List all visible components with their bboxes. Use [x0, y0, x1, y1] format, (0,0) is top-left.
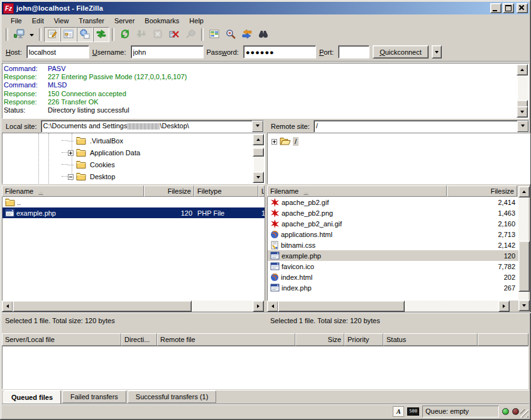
remote-hscrollbar[interactable]: [267, 301, 510, 311]
cancel-operation-button[interactable]: [150, 27, 166, 42]
scroll-right-button[interactable]: [253, 301, 264, 312]
file-row-apache-pb2-png[interactable]: apache_pb2.png1,463: [268, 207, 519, 218]
remote-vscrollbar[interactable]: [518, 186, 528, 311]
find-files-button[interactable]: [222, 27, 239, 42]
synchronized-browsing-icon: [242, 29, 252, 40]
column-header-remote-file[interactable]: Remote file: [157, 333, 295, 346]
tab-successful-transfers-1-[interactable]: Successful transfers (1): [128, 390, 217, 403]
up-arrow-icon: [520, 67, 524, 71]
file-row-apache-pb2-ani-gif[interactable]: apache_pb2_ani.gif2,160: [268, 218, 519, 229]
menu-view[interactable]: View: [49, 16, 74, 26]
menu-help[interactable]: Help: [184, 16, 209, 26]
expand-icon[interactable]: [271, 138, 277, 144]
scroll-thumb[interactable]: [518, 241, 530, 292]
tree-item-root[interactable]: /: [271, 135, 298, 147]
scroll-left-button[interactable]: [267, 301, 278, 312]
file-row-example-php[interactable]: example.php120PHP File1: [3, 207, 265, 218]
file-row-bitnami-css[interactable]: bitnami.css2,142: [268, 240, 519, 250]
local-site-combo[interactable]: C:\Documents and Settings\Desktop\: [41, 120, 264, 133]
remote-tree-icon: [80, 29, 90, 40]
speed-limit-icon[interactable]: 500: [407, 407, 419, 416]
toggle-message-log-button[interactable]: [44, 27, 60, 42]
toggle-remote-tree-button[interactable]: [77, 27, 93, 42]
toggle-local-tree-button[interactable]: [60, 27, 77, 42]
column-header-priority[interactable]: Priority: [344, 333, 383, 346]
tree-item-desktop[interactable]: Desktop: [68, 170, 117, 182]
menu-server[interactable]: Server: [109, 16, 140, 26]
scroll-thumb[interactable]: [253, 148, 264, 157]
column-header-filetype[interactable]: Filetype: [194, 185, 258, 197]
scroll-down-button[interactable]: [253, 172, 264, 183]
minimize-button[interactable]: [490, 3, 501, 13]
column-header-directi-[interactable]: Directi...: [121, 333, 157, 346]
refresh-button[interactable]: [117, 27, 133, 42]
tree-item--virtualbox[interactable]: .VirtualBox: [68, 135, 125, 146]
filter-button[interactable]: [255, 27, 271, 42]
close-button[interactable]: [517, 3, 528, 13]
local-tree-vscrollbar[interactable]: [254, 134, 264, 183]
port-field[interactable]: [338, 45, 370, 58]
synchronized-browsing-button[interactable]: [239, 27, 255, 42]
column-header-filesize[interactable]: Filesize: [447, 185, 517, 197]
file-row--[interactable]: ..: [3, 197, 265, 207]
file-row-apache-pb2-gif[interactable]: apache_pb2.gif2,414: [268, 197, 519, 207]
titlebar[interactable]: Fz john@localhost - FileZilla: [2, 2, 529, 14]
quickconnect-button[interactable]: Quickconnect: [373, 45, 429, 58]
local-list-header: FilenameFilesizeFiletypeL: [2, 185, 264, 197]
tab-queued-files[interactable]: Queued files: [3, 390, 61, 404]
local-hscrollbar[interactable]: [2, 301, 264, 311]
column-header-filesize[interactable]: Filesize: [144, 185, 194, 197]
password-field[interactable]: [243, 45, 316, 58]
scroll-up-button[interactable]: [518, 186, 530, 197]
file-row-index-html[interactable]: index.html202: [268, 272, 519, 282]
column-header-filename[interactable]: Filename: [267, 185, 447, 197]
directory-comparison-button[interactable]: [206, 27, 222, 42]
ascii-datatype-icon: A: [393, 406, 404, 417]
resize-grip[interactable]: [520, 409, 528, 417]
column-header-status[interactable]: Status: [383, 333, 478, 346]
column-header-size[interactable]: Size: [295, 333, 344, 346]
quickconnect-dropdown[interactable]: [432, 45, 442, 58]
log-vscrollbar[interactable]: [518, 64, 528, 118]
collapse-icon[interactable]: [68, 174, 74, 179]
expand-icon[interactable]: [68, 150, 74, 155]
reconnect-button[interactable]: [182, 27, 199, 42]
column-header-l[interactable]: L: [258, 185, 265, 197]
tab-failed-transfers[interactable]: Failed transfers: [62, 390, 126, 403]
menu-transfer[interactable]: Transfer: [74, 16, 109, 26]
maximize-button[interactable]: [503, 3, 514, 13]
menu-edit[interactable]: Edit: [27, 16, 49, 26]
site-manager-dropdown[interactable]: [27, 27, 36, 42]
toggle-transfer-queue-button[interactable]: [93, 27, 109, 42]
column-header-filename[interactable]: Filename: [2, 185, 144, 197]
combo-dropdown-button[interactable]: [517, 121, 528, 132]
file-row-favicon-ico[interactable]: favicon.ico7,782: [268, 261, 519, 272]
column-header-server-local-file[interactable]: Server/Local file: [2, 333, 121, 346]
remote-site-label: Remote site:: [267, 123, 314, 130]
cancel-icon: [153, 29, 163, 40]
menu-file[interactable]: File: [6, 16, 27, 26]
scroll-thumb[interactable]: [13, 301, 192, 312]
scroll-down-button[interactable]: [517, 106, 528, 118]
disconnect-button[interactable]: [166, 27, 182, 42]
column-header-blank[interactable]: [478, 333, 528, 346]
local-tree: .VirtualBoxApplication DataCookiesDeskto…: [2, 133, 265, 184]
file-row-applications-html[interactable]: applications.html2,713: [268, 229, 519, 240]
host-field[interactable]: [26, 45, 89, 58]
scroll-thumb[interactable]: [278, 301, 405, 312]
menu-bookmarks[interactable]: Bookmarks: [140, 16, 184, 26]
site-manager-button[interactable]: [11, 27, 27, 42]
scroll-right-button[interactable]: [498, 301, 510, 312]
remote-site-combo[interactable]: /: [314, 120, 529, 133]
scroll-up-button[interactable]: [517, 64, 528, 75]
scroll-up-button[interactable]: [253, 134, 264, 145]
username-field[interactable]: [131, 45, 204, 58]
combo-dropdown-button[interactable]: [252, 121, 263, 132]
scroll-down-button[interactable]: [518, 300, 530, 311]
tree-item-cookies[interactable]: Cookies: [68, 158, 117, 170]
scroll-left-button[interactable]: [2, 301, 13, 312]
tree-item-application-data[interactable]: Application Data: [68, 146, 142, 158]
process-queue-button[interactable]: [133, 27, 150, 42]
file-row-example-php[interactable]: example.php120: [268, 250, 519, 261]
file-row-index-php[interactable]: index.php267: [268, 282, 519, 293]
